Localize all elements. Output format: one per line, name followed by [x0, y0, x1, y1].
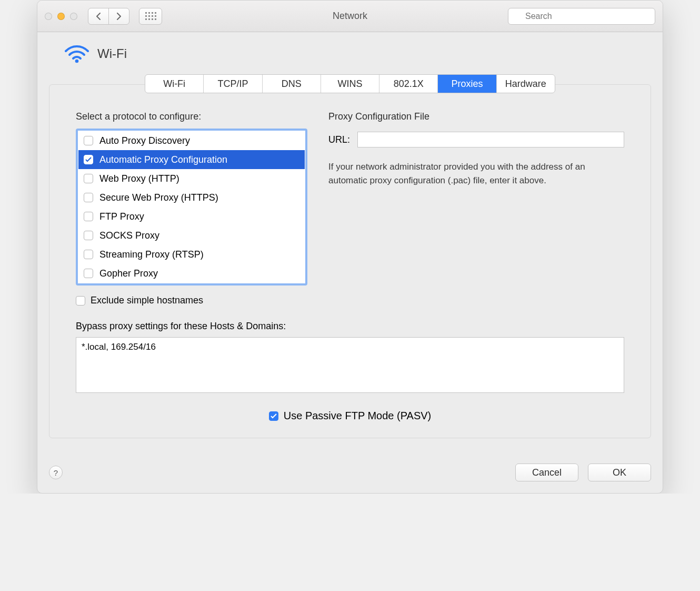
cancel-button[interactable]: Cancel	[515, 464, 578, 481]
checkbox[interactable]	[84, 174, 93, 183]
back-button[interactable]	[88, 8, 109, 25]
protocol-http[interactable]: Web Proxy (HTTP)	[78, 169, 305, 188]
tab-wins[interactable]: WINS	[321, 75, 379, 93]
minimize-window-button[interactable]	[57, 13, 65, 20]
close-window-button[interactable]	[45, 13, 52, 20]
checkbox[interactable]	[84, 136, 93, 145]
search-box	[508, 8, 655, 25]
pasv-checkbox[interactable]	[269, 411, 278, 421]
footer: ? Cancel OK	[37, 454, 663, 493]
protocol-list[interactable]: Auto Proxy Discovery Automatic Proxy Con…	[76, 129, 307, 285]
checkbox[interactable]	[84, 193, 93, 202]
nav-buttons	[88, 8, 129, 25]
chevron-left-icon	[96, 13, 101, 20]
search-input[interactable]	[508, 8, 655, 25]
checkbox[interactable]	[84, 231, 93, 240]
traffic-lights	[45, 13, 77, 20]
tab-hardware[interactable]: Hardware	[497, 75, 555, 93]
url-input[interactable]	[357, 132, 624, 147]
ok-button[interactable]: OK	[588, 464, 651, 481]
show-all-button[interactable]	[139, 8, 162, 25]
bypass-textarea[interactable]	[76, 337, 624, 393]
protocol-label: Auto Proxy Discovery	[99, 135, 190, 146]
wifi-icon	[65, 44, 89, 64]
select-protocol-label: Select a protocol to configure:	[76, 111, 307, 122]
network-preferences-window: Network Wi-Fi Wi-Fi TCP/IP DNS WINS 802.…	[37, 0, 663, 494]
body: Wi-Fi Wi-Fi TCP/IP DNS WINS 802.1X Proxi…	[37, 32, 663, 454]
protocol-socks[interactable]: SOCKS Proxy	[78, 226, 305, 245]
tab-8021x[interactable]: 802.1X	[379, 75, 438, 93]
wifi-header: Wi-Fi	[49, 44, 651, 64]
protocol-label: Automatic Proxy Configuration	[99, 154, 227, 165]
pcf-title: Proxy Configuration File	[328, 111, 624, 122]
protocol-label: FTP Proxy	[99, 211, 144, 222]
help-button[interactable]: ?	[49, 466, 63, 479]
chevron-right-icon	[116, 13, 122, 20]
checkbox[interactable]	[84, 269, 93, 278]
checkbox[interactable]	[84, 250, 93, 259]
proxies-panel: Select a protocol to configure: Auto Pro…	[49, 84, 651, 438]
checkbox[interactable]	[84, 155, 93, 164]
protocol-gopher[interactable]: Gopher Proxy	[78, 264, 305, 283]
tabs: Wi-Fi TCP/IP DNS WINS 802.1X Proxies Har…	[145, 74, 555, 93]
url-label: URL:	[328, 134, 350, 145]
checkbox[interactable]	[84, 212, 93, 221]
zoom-window-button[interactable]	[70, 13, 77, 20]
protocol-https[interactable]: Secure Web Proxy (HTTPS)	[78, 188, 305, 207]
svg-point-2	[75, 60, 79, 63]
tab-dns[interactable]: DNS	[263, 75, 321, 93]
protocol-label: Secure Web Proxy (HTTPS)	[99, 192, 218, 203]
forward-button[interactable]	[108, 8, 129, 25]
pasv-label: Use Passive FTP Mode (PASV)	[284, 410, 431, 422]
question-icon: ?	[54, 468, 58, 477]
tab-proxies[interactable]: Proxies	[438, 75, 496, 93]
protocol-label: Gopher Proxy	[99, 268, 158, 279]
exclude-hostnames-checkbox[interactable]	[76, 296, 85, 306]
protocol-label: Web Proxy (HTTP)	[99, 173, 179, 184]
protocol-label: SOCKS Proxy	[99, 230, 159, 241]
protocol-rtsp[interactable]: Streaming Proxy (RTSP)	[78, 245, 305, 264]
protocol-label: Streaming Proxy (RTSP)	[99, 249, 204, 260]
page-title: Wi-Fi	[97, 46, 127, 61]
tab-wifi[interactable]: Wi-Fi	[145, 75, 204, 93]
tab-tcpip[interactable]: TCP/IP	[204, 75, 262, 93]
protocol-auto-discovery[interactable]: Auto Proxy Discovery	[78, 131, 305, 150]
grid-icon	[145, 12, 156, 20]
pcf-hint: If your network administrator provided y…	[328, 160, 624, 187]
exclude-hostnames-label: Exclude simple hostnames	[91, 295, 203, 306]
titlebar: Network	[37, 1, 663, 32]
bypass-label: Bypass proxy settings for these Hosts & …	[76, 321, 624, 332]
protocol-automatic-config[interactable]: Automatic Proxy Configuration	[78, 150, 305, 169]
protocol-ftp[interactable]: FTP Proxy	[78, 207, 305, 226]
